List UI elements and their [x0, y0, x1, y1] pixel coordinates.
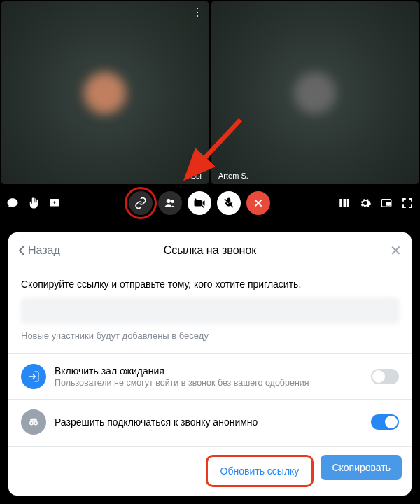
- update-link-button[interactable]: Обновить ссылку: [209, 458, 311, 484]
- video-call-area: ⋮ Вы Artem S.: [0, 0, 420, 220]
- participant-label: Вы: [191, 172, 202, 180]
- sheet-footer: Обновить ссылку Скопировать: [8, 446, 412, 496]
- participants-button[interactable]: [158, 191, 182, 215]
- svg-point-4: [172, 200, 175, 204]
- raise-hand-icon[interactable]: [27, 196, 41, 210]
- fullscreen-icon[interactable]: [400, 196, 414, 210]
- svg-rect-13: [386, 202, 390, 205]
- invite-link-button[interactable]: [129, 191, 153, 215]
- waiting-room-toggle[interactable]: [371, 369, 399, 384]
- svg-point-15: [34, 421, 38, 425]
- link-share-sheet: Назад Ссылка на звонок ✕ Скопируйте ссыл…: [8, 232, 412, 496]
- participant-tile-other[interactable]: Artem S.: [211, 1, 419, 184]
- settings-icon[interactable]: [358, 196, 372, 210]
- svg-rect-9: [340, 199, 342, 207]
- chevron-left-icon: [18, 245, 25, 256]
- close-button[interactable]: ✕: [390, 242, 402, 259]
- sheet-header: Назад Ссылка на звонок ✕: [8, 232, 412, 269]
- screen-share-icon[interactable]: [48, 196, 62, 210]
- waiting-room-option: Включить зал ожидания Пользователи не см…: [21, 354, 399, 399]
- svg-point-3: [167, 199, 171, 203]
- end-call-button[interactable]: [246, 191, 270, 215]
- svg-point-14: [30, 421, 34, 425]
- pip-icon[interactable]: [379, 196, 393, 210]
- link-input[interactable]: [21, 298, 399, 323]
- avatar: [84, 72, 126, 114]
- anonymous-toggle[interactable]: [371, 414, 399, 430]
- sheet-title: Ссылка на звонок: [8, 244, 412, 257]
- chat-icon[interactable]: [6, 196, 20, 210]
- participant-tile-self[interactable]: ⋮ Вы: [1, 1, 209, 184]
- call-toolbar: [0, 186, 420, 220]
- copy-button[interactable]: Скопировать: [321, 455, 402, 480]
- option-title: Разрешить подключаться к звонку анонимно: [55, 416, 363, 428]
- tile-more-icon[interactable]: ⋮: [192, 6, 203, 19]
- back-label: Назад: [28, 244, 60, 257]
- hint-text: Новые участники будут добавлены в беседу: [21, 330, 399, 341]
- participant-label: Artem S.: [218, 172, 248, 180]
- camera-toggle-button[interactable]: [188, 191, 211, 215]
- avatar: [294, 72, 336, 114]
- anonymous-option: Разрешить подключаться к звонку анонимно: [21, 400, 399, 444]
- svg-rect-10: [344, 199, 346, 207]
- participant-tiles: ⋮ Вы Artem S.: [0, 0, 420, 186]
- back-button[interactable]: Назад: [18, 244, 60, 257]
- svg-rect-11: [347, 199, 349, 207]
- incognito-icon: [21, 410, 46, 435]
- mic-toggle-button[interactable]: [217, 191, 241, 215]
- option-title: Включить зал ожидания: [55, 365, 363, 377]
- option-subtitle: Пользователи не смогут войти в звонок бе…: [55, 378, 363, 388]
- layout-icon[interactable]: [337, 196, 351, 210]
- door-enter-icon: [21, 364, 46, 389]
- instruction-text: Скопируйте ссылку и отправьте тому, кого…: [21, 279, 399, 290]
- annotation-highlight: Обновить ссылку: [206, 455, 314, 487]
